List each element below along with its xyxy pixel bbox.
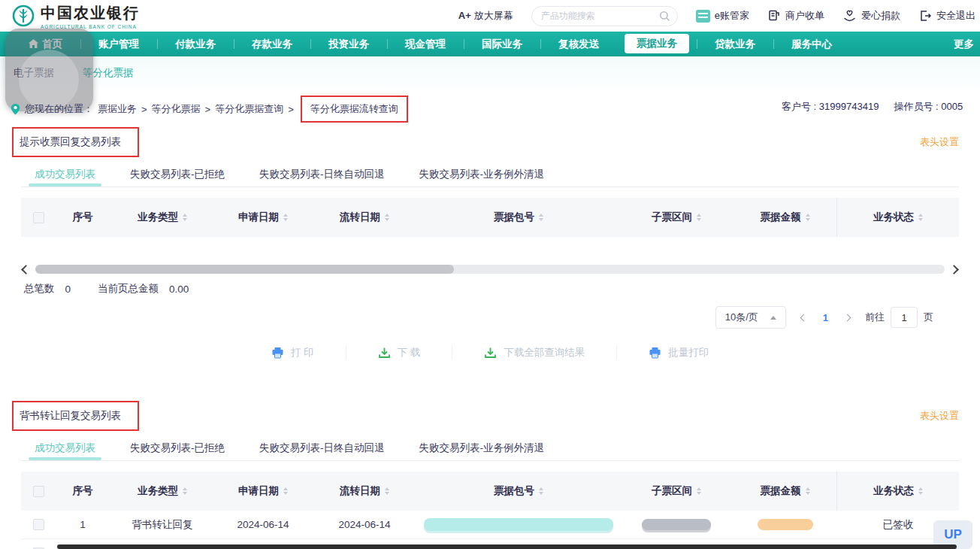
search-input[interactable]: [531, 6, 678, 26]
download-all-button[interactable]: 下载全部查询结果: [452, 346, 616, 359]
sort-icon[interactable]: [806, 487, 810, 495]
sort-icon[interactable]: [539, 487, 543, 495]
subnav-item-electronic-bills[interactable]: 电子票据: [14, 66, 54, 80]
breadcrumb-link-bills[interactable]: 票据业务: [98, 102, 137, 116]
nav-item-deposits[interactable]: 存款业务: [234, 32, 310, 56]
column-header-flow-date[interactable]: 流转日期: [311, 484, 418, 498]
sort-icon[interactable]: [283, 487, 288, 495]
tab-failed-exception[interactable]: 失败交易列表-业务例外清退: [419, 162, 545, 187]
quick-link-merchant[interactable]: 商户收单: [767, 9, 824, 23]
download-label: 下 载: [398, 346, 421, 359]
section1-title: 提示收票回复交易列表: [20, 136, 121, 147]
column-header-flow-date[interactable]: 流转日期: [311, 211, 418, 224]
next-page-icon[interactable]: [844, 314, 851, 321]
scroll-right-icon[interactable]: [949, 265, 959, 274]
column-header-apply-date[interactable]: 申请日期: [215, 484, 311, 498]
section1-tabs: 成功交易列表 失败交易列表-已拒绝 失败交易列表-日终自动回退 失败交易列表-业…: [21, 162, 959, 187]
sort-icon[interactable]: [806, 214, 810, 221]
print-button[interactable]: 打 印: [240, 346, 346, 359]
page-size-select[interactable]: 10条/页: [715, 306, 786, 329]
nav-item-bills-active[interactable]: 票据业务: [625, 34, 689, 53]
sort-icon[interactable]: [697, 487, 701, 495]
breadcrumb-link-query[interactable]: 等分化票据查询: [215, 102, 283, 116]
column-header-status[interactable]: 业务状态: [837, 211, 959, 224]
redacted-subrange: [642, 519, 711, 530]
tab-success-list[interactable]: 成功交易列表: [35, 435, 95, 460]
section-endorsement-transfer-list: 背书转让回复交易列表 表头设置 成功交易列表 失败交易列表-已拒绝 失败交易列表…: [21, 401, 959, 549]
printer-icon: [649, 347, 661, 359]
home-icon: [29, 39, 38, 48]
sort-icon[interactable]: [697, 214, 701, 221]
search-icon[interactable]: [659, 11, 670, 22]
hand-heart-icon: [842, 9, 857, 23]
ledger-icon: [696, 10, 710, 23]
sort-icon[interactable]: [539, 214, 543, 221]
goto-page-input[interactable]: [891, 307, 918, 328]
sort-icon[interactable]: [183, 214, 187, 221]
column-header-status[interactable]: 业务状态: [837, 484, 959, 498]
cell-subrange-redacted: [619, 519, 733, 530]
column-header-subrange[interactable]: 子票区间: [619, 211, 733, 224]
nav-item-payments[interactable]: 付款业务: [157, 32, 234, 56]
nav-item-home[interactable]: 首页: [11, 32, 80, 56]
table-header-settings-button[interactable]: 表头设置: [920, 409, 959, 423]
column-header-type[interactable]: 业务类型: [110, 484, 215, 498]
download-button[interactable]: 下 载: [346, 346, 452, 359]
column-header-amount[interactable]: 票据金额: [733, 472, 837, 511]
goto-label: 前往: [865, 311, 885, 324]
sort-icon[interactable]: [385, 487, 389, 495]
tab-success-list[interactable]: 成功交易列表: [35, 162, 95, 187]
tab-failed-exception[interactable]: 失败交易列表-业务例外清退: [419, 435, 545, 460]
nav-item-cash-management[interactable]: 现金管理: [387, 32, 464, 56]
cell-apply-date: 2024-06-14: [215, 519, 311, 530]
bank-logo: 中国农业银行 AGRICULTURAL BANK OF CHINA: [12, 3, 140, 29]
scrollbar-thumb[interactable]: [35, 265, 454, 274]
quick-link-logout[interactable]: 安全退出: [918, 9, 975, 23]
select-all-checkbox[interactable]: [33, 212, 44, 223]
tab-failed-eod-rollback[interactable]: 失败交易列表-日终自动回退: [259, 435, 385, 460]
subnav-item-equalized-bills[interactable]: 等分化票据: [83, 66, 134, 80]
prev-page-icon[interactable]: [800, 314, 807, 321]
sort-icon[interactable]: [918, 214, 923, 221]
sort-icon[interactable]: [283, 214, 288, 221]
nav-item-loans[interactable]: 贷款业务: [697, 32, 773, 56]
page-number[interactable]: 1: [821, 312, 830, 323]
printer-icon: [271, 347, 284, 359]
nav-more-button[interactable]: 更多: [949, 32, 978, 56]
nav-item-accounts[interactable]: 账户管理: [80, 32, 157, 56]
scrollbar-track[interactable]: [35, 265, 945, 274]
column-header-subrange[interactable]: 子票区间: [619, 484, 733, 498]
column-header-package-no[interactable]: 票据包号: [418, 484, 619, 498]
nav-item-international[interactable]: 国际业务: [464, 32, 540, 56]
column-header-package-no[interactable]: 票据包号: [418, 211, 619, 224]
page-amount-label: 当前页总金额: [98, 282, 159, 296]
column-header-type[interactable]: 业务类型: [110, 211, 215, 224]
row-checkbox[interactable]: [33, 519, 44, 530]
scroll-left-icon[interactable]: [21, 265, 31, 274]
page-amount-value: 0.00: [169, 284, 189, 295]
sort-icon[interactable]: [183, 487, 187, 495]
font-zoom-icon: A+: [458, 10, 471, 21]
nav-more-label: 更多: [954, 38, 974, 50]
cell-no: 1: [56, 519, 110, 530]
tab-failed-rejected[interactable]: 失败交易列表-已拒绝: [130, 435, 225, 460]
column-header-no: 序号: [56, 211, 110, 224]
column-header-amount[interactable]: 票据金额: [733, 198, 837, 237]
select-all-checkbox[interactable]: [33, 486, 44, 497]
breadcrumb-link-equalized[interactable]: 等分化票据: [152, 102, 201, 116]
tab-failed-eod-rollback[interactable]: 失败交易列表-日终自动回退: [259, 162, 385, 187]
nav-item-investment[interactable]: 投资业务: [310, 32, 387, 56]
breadcrumb: 您现在的位置： 票据业务 > 等分化票据 > 等分化票据查询 > 等分化票据流转…: [11, 96, 408, 123]
nav-item-review-send[interactable]: 复核发送: [540, 32, 617, 56]
table-header-settings-button[interactable]: 表头设置: [920, 135, 959, 149]
quick-link-label: e账管家: [715, 9, 749, 23]
tab-failed-rejected[interactable]: 失败交易列表-已拒绝: [130, 162, 225, 187]
nav-item-service-center[interactable]: 服务中心: [773, 32, 850, 56]
sort-icon[interactable]: [918, 487, 923, 495]
quick-link-ledger[interactable]: e账管家: [696, 9, 749, 23]
sort-icon[interactable]: [385, 214, 389, 221]
quick-link-donation[interactable]: 爱心捐款: [842, 9, 900, 23]
batch-print-button[interactable]: 批量打印: [616, 346, 740, 359]
column-header-apply-date[interactable]: 申请日期: [215, 211, 311, 224]
font-zoom-control[interactable]: A+放大屏幕: [458, 9, 513, 23]
